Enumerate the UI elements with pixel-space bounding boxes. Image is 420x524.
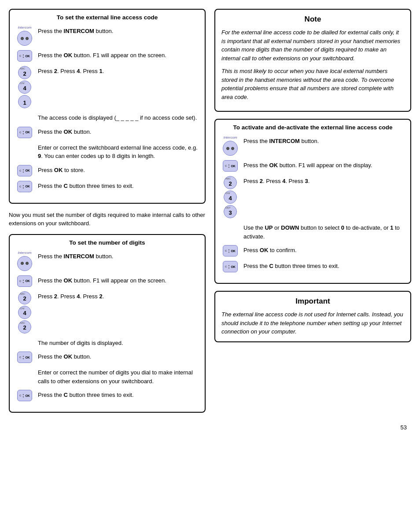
ok-icon-col: C ▲▼ OK [221,160,239,172]
step-text: Press 2. Press 4. Press 1. [38,66,199,76]
section-number-digits: To set the number of digits Intercom Pre… [9,234,206,413]
c-ok-icon: C ▲▼ OK [17,275,32,287]
step-text: Press the C button three times to exit. [38,390,199,399]
intercom-button-icon [17,31,32,46]
page-number: 53 [9,424,411,431]
step-row: C ▲▼ OK Press OK to store. [16,165,199,176]
num-4-btn: GN/ 4 [224,191,237,204]
intercom-icon-col: Intercom [221,136,239,156]
ok-icon-col: C ▲▼ OK [16,390,33,401]
c-ok-icon: C ▲▼ OK [17,50,32,62]
step-text: Press the OK button. F1 will appear on t… [38,275,199,285]
c-ok-icon: C ▲▼ OK [17,390,32,401]
step-row: Enter or correct the switchboard externa… [16,143,199,161]
note-paragraph-2: This is most likely to occur when you ha… [221,67,404,101]
step-text: Press the OK button. F1 will appear on t… [243,160,404,170]
ok-icon-col: C ▲▼ OK [16,127,33,138]
section-external-access-code: To set the external line access code Int… [9,9,206,204]
step-text: Press the C button three times to exit. [38,181,199,191]
ok-icon-col: C ▲▼ OK [16,165,33,176]
step-text: Press the OK button. F1 will appear on t… [38,50,199,60]
num-2-btn: ABC 2 [18,291,31,304]
step-text: The access code is displayed (_ _ _ _ _ … [38,113,199,122]
step-row: Use the UP or DOWN button to select 0 to… [221,223,404,241]
important-title: Important [221,297,404,306]
step-text: Enter or correct the switchboard externa… [38,143,199,161]
c-ok-icon: C ▲▼ OK [223,160,238,172]
num-icon-col: ABC 2 GN/ 4 1 [16,66,33,108]
section2-title: To set the number of digits [16,239,199,246]
num-1-btn: 1 [18,95,31,108]
intercom-label: Intercom [18,251,31,255]
step-row: C ▲▼ OK Press the OK button. F1 will app… [221,160,404,172]
ok-icon-col: C ▲▼ OK [16,50,33,62]
num-icon-col: ABC 2 GN/ 4 DEF 3 [221,176,239,218]
num-4-btn: GN/ 4 [18,81,31,94]
page-layout: To set the external line access code Int… [9,9,411,420]
step-row: ABC 2 GN/ 4 ABC 2 Press 2. Press 4. Pres… [16,291,199,333]
step-row: C ▲▼ OK Press the C button three times t… [16,390,199,401]
section3-title: To activate and de-activate the external… [221,124,404,131]
c-ok-icon: C ▲▼ OK [17,127,32,138]
step-row: C ▲▼ OK Press the C button three times t… [221,261,404,272]
important-text: The external line access code is not use… [221,310,404,336]
step-text: Use the UP or DOWN button to select 0 to… [243,223,404,241]
step-row: C ▲▼ OK Press the C button three times t… [16,181,199,192]
step-row: C ▲▼ OK Press OK to confirm. [221,245,404,257]
num-4-btn: GN/ 4 [18,306,31,319]
num-2b-btn: ABC 2 [18,320,31,333]
step-row: The access code is displayed (_ _ _ _ _ … [16,113,199,122]
step-text: Press the INTERCOM button. [38,26,199,36]
step-text: Press 2. Press 4. Press 2. [38,291,199,301]
step-row: ABC 2 GN/ 4 DEF 3 Press 2. Press 4. Pres… [221,176,404,218]
step-text: Enter or correct the number of digits yo… [38,367,199,385]
step-row: Intercom Press the INTERCOM button. [16,251,199,271]
c-ok-icon: C ▲▼ OK [223,245,238,257]
ok-icon-col: C ▲▼ OK [221,261,239,272]
step-text: Press the OK button. [38,127,199,136]
ok-icon-col: C ▲▼ OK [16,275,33,287]
right-column: Note For the external line access code t… [214,9,411,420]
c-ok-icon: C ▲▼ OK [223,261,238,272]
c-ok-icon: C ▲▼ OK [17,165,32,176]
step-text: Press 2. Press 4. Press 3. [243,176,404,186]
num-2-btn: ABC 2 [224,176,237,189]
step-row: Enter or correct the number of digits yo… [16,367,199,385]
intercom-icon-col: Intercom [16,251,33,271]
intercom-button-icon [17,256,32,271]
c-ok-icon: C ▲▼ OK [17,181,32,192]
important-box: Important The external line access code … [214,291,411,342]
ok-icon-col: C ▲▼ OK [16,352,33,363]
note-box: Note For the external line access code t… [214,9,411,112]
step-row: The number of digits is displayed. [16,338,199,348]
step-row: C ▲▼ OK Press the OK button. F1 will app… [16,275,199,287]
step-text: Press OK to confirm. [243,245,404,255]
step-row: Intercom Press the INTERCOM button. [221,136,404,156]
note-title: Note [221,15,404,24]
intercom-button-icon [223,141,238,156]
num-icon-col: ABC 2 GN/ 4 ABC 2 [16,291,33,333]
step-row: Intercom Press the INTERCOM button. [16,26,199,46]
c-ok-icon: C ▲▼ OK [17,352,32,363]
intercom-label: Intercom [223,136,237,139]
step-text: Press the INTERCOM button. [38,251,199,261]
step-row: C ▲▼ OK Press the OK button. F1 will app… [16,50,199,62]
note-paragraph-1: For the external line access code to be … [221,28,404,62]
step-text: Press the INTERCOM button. [243,136,404,146]
ok-icon-col: C ▲▼ OK [16,181,33,192]
intercom-icon-col: Intercom [16,26,33,46]
step-row: C ▲▼ OK Press the OK button. [16,352,199,363]
intercom-label: Intercom [18,26,31,29]
step-row: C ▲▼ OK Press the OK button. [16,127,199,138]
step-text: Press OK to store. [38,165,199,175]
num-2-btn: ABC 2 [18,66,31,79]
num-3-btn: DEF 3 [224,205,237,218]
ok-icon-col: C ▲▼ OK [221,245,239,257]
bridge-paragraph: Now you must set the number of digits re… [9,211,206,228]
step-text: Press the OK button. [38,352,199,361]
left-column: To set the external line access code Int… [9,9,206,420]
section1-title: To set the external line access code [16,14,199,21]
step-row: ABC 2 GN/ 4 1 Press 2. Press 4. Press 1. [16,66,199,108]
step-text: The number of digits is displayed. [38,338,199,348]
section-activate-deactivate: To activate and de-activate the external… [214,119,411,284]
